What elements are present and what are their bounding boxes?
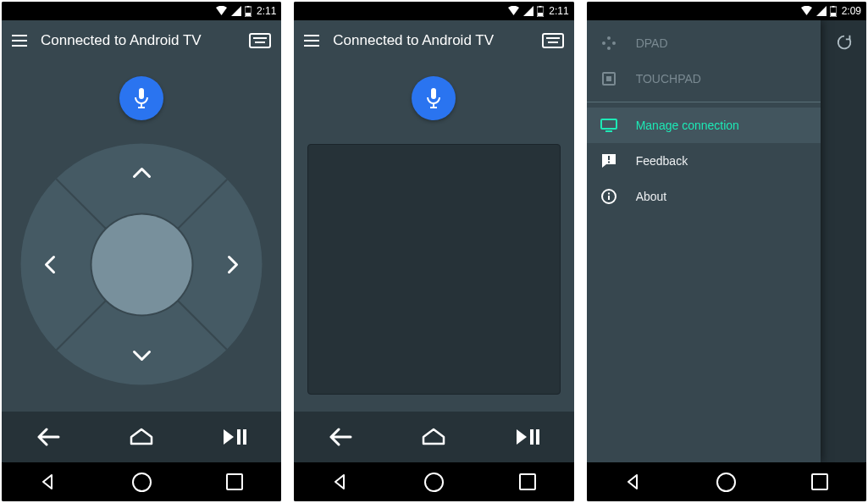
menu-icon[interactable]: [304, 35, 319, 47]
cell-icon: [523, 6, 534, 16]
dpad-right[interactable]: [217, 247, 251, 281]
status-bar: 2:11: [294, 2, 573, 20]
content-area: [2, 61, 281, 412]
nav-recent[interactable]: [794, 469, 845, 495]
content-area: [294, 61, 573, 412]
svg-rect-10: [538, 13, 543, 16]
dpad: [21, 144, 263, 385]
nav-back[interactable]: [608, 469, 659, 495]
touchpad-surface[interactable]: [307, 144, 560, 395]
drawer-item-manage[interactable]: Manage connection: [587, 108, 821, 143]
status-clock: 2:11: [257, 5, 276, 17]
screen-drawer: 2:09 DPAD TOUCHPAD: [587, 2, 866, 501]
keyboard-icon[interactable]: [249, 33, 271, 48]
mic-button[interactable]: [119, 76, 163, 120]
play-pause-button[interactable]: [209, 420, 260, 454]
app-bar: Connected to Android TV: [2, 20, 281, 61]
nav-back[interactable]: [23, 469, 74, 495]
svg-rect-6: [237, 429, 240, 445]
dpad-center[interactable]: [91, 214, 191, 314]
svg-rect-15: [536, 429, 539, 445]
svg-rect-7: [243, 429, 246, 445]
tv-icon: [600, 117, 617, 134]
dpad-up[interactable]: [124, 156, 158, 190]
back-button[interactable]: [315, 420, 366, 454]
svg-rect-1: [246, 6, 249, 8]
svg-rect-30: [608, 196, 610, 200]
mic-icon: [133, 87, 150, 109]
dpad-icon: [600, 35, 617, 52]
android-nav-bar: [294, 462, 573, 501]
nav-recent[interactable]: [502, 469, 553, 495]
screen-touchpad: 2:11 Connected to Android TV: [294, 2, 573, 501]
svg-rect-14: [530, 429, 534, 445]
nav-drawer: DPAD TOUCHPAD Manage connection Feedback: [587, 20, 821, 462]
wifi-icon: [800, 6, 813, 16]
home-button[interactable]: [408, 420, 459, 454]
play-pause-button[interactable]: [502, 420, 553, 454]
home-button[interactable]: [116, 420, 167, 454]
drawer-label: Feedback: [636, 154, 688, 168]
svg-point-20: [607, 47, 611, 50]
app-title: Connected to Android TV: [41, 32, 235, 49]
svg-rect-11: [431, 88, 436, 99]
svg-rect-2: [246, 13, 251, 16]
android-nav-bar: [2, 462, 281, 501]
info-icon: [600, 188, 617, 205]
drawer-label: Manage connection: [636, 119, 739, 132]
refresh-icon: [835, 33, 854, 52]
media-bar: [2, 412, 281, 462]
cell-icon: [816, 6, 827, 16]
android-nav-bar: [587, 462, 866, 501]
keyboard-icon[interactable]: [542, 33, 564, 48]
feedback-icon: [600, 152, 617, 169]
drawer-item-touchpad[interactable]: TOUCHPAD: [587, 61, 821, 97]
status-clock: 2:09: [842, 5, 861, 17]
screen-dpad: 2:11 Connected to Android TV: [2, 2, 281, 501]
svg-rect-28: [608, 162, 610, 163]
wifi-icon: [507, 6, 520, 16]
mic-icon: [425, 87, 442, 109]
dpad-left[interactable]: [33, 247, 67, 281]
svg-rect-24: [606, 76, 611, 81]
cell-icon: [231, 6, 241, 16]
svg-rect-31: [608, 193, 610, 195]
mic-button[interactable]: [412, 76, 456, 120]
drawer-item-feedback[interactable]: Feedback: [587, 143, 821, 179]
svg-rect-25: [601, 119, 616, 129]
app-bar: Connected to Android TV: [294, 20, 573, 61]
drawer-item-dpad[interactable]: DPAD: [587, 25, 821, 61]
drawer-label: About: [636, 190, 667, 203]
wifi-icon: [215, 6, 228, 16]
svg-rect-18: [831, 13, 836, 16]
drawer-label: TOUCHPAD: [636, 72, 701, 86]
drawer-container: DPAD TOUCHPAD Manage connection Feedback: [587, 20, 866, 462]
back-button[interactable]: [23, 420, 74, 454]
svg-point-19: [607, 36, 611, 40]
nav-back[interactable]: [315, 469, 366, 495]
app-title: Connected to Android TV: [333, 32, 528, 49]
battery-icon: [830, 6, 837, 17]
nav-home[interactable]: [701, 469, 752, 495]
drawer-divider: [587, 102, 821, 102]
svg-rect-17: [832, 6, 834, 8]
nav-recent[interactable]: [209, 469, 260, 495]
battery-icon: [245, 6, 252, 17]
battery-icon: [537, 6, 544, 17]
status-bar: 2:09: [587, 2, 866, 20]
refresh-button[interactable]: [831, 29, 858, 56]
nav-home[interactable]: [408, 469, 459, 495]
nav-home[interactable]: [116, 469, 167, 495]
svg-point-21: [602, 41, 605, 45]
menu-icon[interactable]: [12, 35, 27, 47]
drawer-item-about[interactable]: About: [587, 179, 821, 214]
svg-rect-27: [608, 156, 610, 160]
dpad-down[interactable]: [124, 340, 158, 373]
svg-rect-9: [539, 6, 542, 8]
media-bar: [294, 412, 573, 462]
svg-point-22: [612, 41, 616, 45]
drawer-label: DPAD: [636, 36, 668, 50]
touchpad-icon: [600, 70, 617, 87]
svg-rect-3: [139, 88, 144, 99]
status-clock: 2:11: [549, 5, 568, 17]
